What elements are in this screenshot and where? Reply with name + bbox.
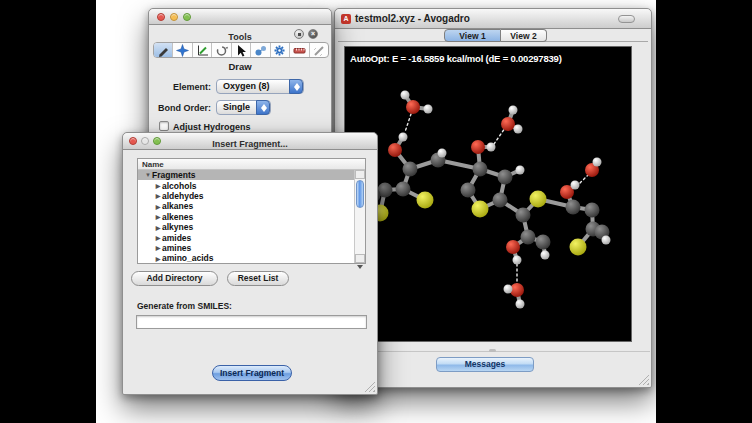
- dock-close-button[interactable]: ×: [308, 29, 318, 39]
- popup-stepper-icon: [289, 79, 303, 94]
- tree-row[interactable]: ▶alkynes: [138, 222, 365, 232]
- tool-select-button[interactable]: [232, 43, 251, 57]
- smiles-input[interactable]: [136, 315, 367, 329]
- chevron-right-icon[interactable]: ▶: [154, 234, 162, 241]
- chevron-right-icon[interactable]: ▶: [154, 224, 162, 231]
- molecule-render: [345, 47, 631, 341]
- column-header-name[interactable]: Name: [138, 159, 365, 170]
- scroll-up-icon[interactable]: [355, 170, 365, 179]
- cursor-icon: [234, 44, 247, 57]
- tool-navigate-button[interactable]: [173, 43, 192, 57]
- list-scrollbar[interactable]: [354, 170, 365, 263]
- close-button[interactable]: [129, 137, 137, 145]
- document-proxy-icon[interactable]: A: [341, 14, 351, 24]
- tool-measure-button[interactable]: [290, 43, 309, 57]
- tool-draw-button[interactable]: [154, 43, 173, 57]
- tool-bond-centric-button[interactable]: [193, 43, 212, 57]
- adjust-hydrogens-checkbox[interactable]: [159, 121, 169, 131]
- popup-stepper-icon: [256, 100, 270, 115]
- rotate-icon: [215, 44, 228, 57]
- reset-list-button[interactable]: Reset List: [227, 271, 289, 286]
- close-button[interactable]: [157, 13, 165, 21]
- messages-button[interactable]: Messages: [436, 357, 534, 372]
- insert-fragment-window: Insert Fragment... Name ▼ Fragments ▶alc…: [122, 132, 378, 395]
- tool-auto-rotate-button[interactable]: [212, 43, 231, 57]
- element-label: Element:: [149, 82, 211, 92]
- dialog-title: Insert Fragment...: [123, 136, 377, 153]
- minimize-button[interactable]: [141, 137, 149, 145]
- tree-row[interactable]: ▶aldehydes: [138, 191, 365, 201]
- zoom-button[interactable]: [183, 13, 191, 21]
- tools-window: Tools ×: [148, 8, 332, 150]
- avogadro-main-window: A testmol2.xyz - Avogadro View 1 View 2 …: [334, 8, 652, 388]
- resize-grip-icon[interactable]: [364, 381, 375, 392]
- scrollbar-thumb[interactable]: [356, 180, 364, 208]
- toolbar-pill-button[interactable]: [618, 15, 635, 23]
- tools-titlebar[interactable]: [149, 9, 331, 25]
- chevron-right-icon[interactable]: ▶: [154, 255, 162, 262]
- window-title: testmol2.xyz - Avogadro: [355, 13, 470, 24]
- autoopt-energy-readout: AutoOpt: E = -16.5859 kcal/mol (dE = 0.0…: [350, 53, 562, 64]
- chevron-right-icon[interactable]: ▶: [154, 244, 162, 251]
- chevron-right-icon[interactable]: ▶: [154, 213, 162, 220]
- messages-splitter[interactable]: [336, 351, 650, 356]
- add-directory-button[interactable]: Add Directory: [131, 271, 218, 286]
- chevron-right-icon[interactable]: ▶: [154, 203, 162, 210]
- align-wand-icon: [312, 44, 325, 57]
- tool-settings-title: Draw: [149, 61, 331, 72]
- adjust-hydrogens-label: Adjust Hydrogens: [173, 122, 251, 132]
- zoom-button[interactable]: [153, 137, 161, 145]
- tools-dock-header: Tools ×: [149, 26, 331, 42]
- tool-auto-optimize-button[interactable]: [271, 43, 290, 57]
- bond-order-label: Bond Order:: [149, 103, 211, 113]
- tree-row[interactable]: ▶amines: [138, 243, 365, 253]
- navigate-star-icon: [176, 44, 189, 57]
- tree-row[interactable]: ▶amides: [138, 232, 365, 242]
- chevron-right-icon[interactable]: ▶: [154, 192, 162, 199]
- chevron-right-icon[interactable]: ▶: [154, 182, 162, 189]
- tab-view-2[interactable]: View 2: [501, 29, 547, 42]
- pencil-icon: [157, 44, 170, 57]
- resize-grip-icon[interactable]: [638, 374, 649, 385]
- tree-row[interactable]: ▶alkenes: [138, 212, 365, 222]
- tree-row-fragments[interactable]: ▼ Fragments: [138, 170, 365, 180]
- splitter-handle-icon: [489, 349, 496, 352]
- tool-manipulate-button[interactable]: [251, 43, 270, 57]
- fragment-tree: Name ▼ Fragments ▶alcohols ▶aldehydes ▶a…: [137, 158, 366, 264]
- smiles-label: Generate from SMILES:: [137, 301, 232, 311]
- minimize-button[interactable]: [170, 13, 178, 21]
- desktop-backdrop: A testmol2.xyz - Avogadro View 1 View 2 …: [96, 0, 656, 423]
- element-dropdown[interactable]: Oxygen (8): [216, 79, 304, 94]
- 3d-molecule-view[interactable]: AutoOpt: E = -16.5859 kcal/mol (dE = 0.0…: [344, 46, 632, 342]
- gear-icon: [273, 44, 286, 57]
- scroll-down-icon[interactable]: [355, 254, 365, 263]
- chevron-down-icon[interactable]: ▼: [144, 172, 152, 178]
- spheres-icon: [254, 44, 267, 57]
- insert-fragment-button[interactable]: Insert Fragment: [212, 365, 292, 381]
- main-titlebar[interactable]: A testmol2.xyz - Avogadro: [335, 9, 651, 29]
- tree-row[interactable]: ▶amino_acids: [138, 253, 365, 263]
- tool-align-button[interactable]: [310, 43, 328, 57]
- ruler-icon: [293, 44, 306, 57]
- tool-selector-bar: [153, 42, 329, 58]
- tab-view-1[interactable]: View 1: [444, 29, 501, 42]
- bond-chart-icon: [196, 44, 209, 57]
- dock-float-button[interactable]: [294, 29, 304, 39]
- tree-row[interactable]: ▶alkanes: [138, 201, 365, 211]
- fragment-titlebar[interactable]: Insert Fragment...: [123, 133, 377, 150]
- bond-order-dropdown[interactable]: Single: [216, 100, 271, 115]
- tree-row[interactable]: ▶alcohols: [138, 180, 365, 190]
